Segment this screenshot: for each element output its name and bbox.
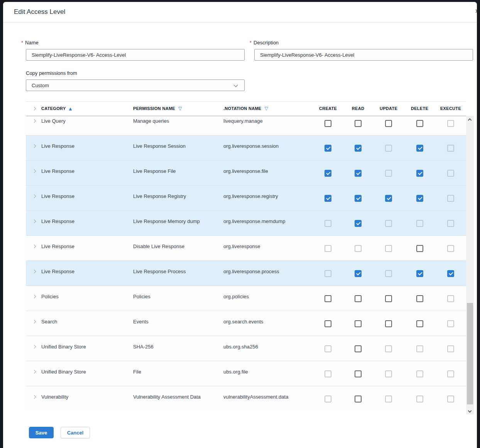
checkbox-create[interactable] <box>325 170 331 177</box>
expand-chevron-icon[interactable] <box>32 395 36 399</box>
cancel-button[interactable]: Cancel <box>61 427 90 438</box>
checkbox-create[interactable] <box>325 120 331 127</box>
expand-chevron-icon[interactable] <box>32 169 36 173</box>
checkbox-delete[interactable] <box>416 145 423 152</box>
checkbox-delete[interactable] <box>416 396 423 402</box>
checkbox-read[interactable] <box>355 220 362 227</box>
sort-desc-icon[interactable]: ▽ <box>178 106 182 111</box>
scrollbar-thumb[interactable] <box>467 303 473 404</box>
checkbox-read[interactable] <box>355 145 362 152</box>
checkbox-read[interactable] <box>355 245 362 252</box>
table-row[interactable]: Live Query Manage queries livequery.mana… <box>26 116 466 135</box>
expand-chevron-icon[interactable] <box>32 220 36 223</box>
checkbox-update[interactable] <box>385 396 392 402</box>
checkbox-read[interactable] <box>355 295 362 302</box>
checkbox-delete[interactable] <box>416 220 423 227</box>
table-row[interactable]: Live Response Live Response Memory dump … <box>26 211 466 236</box>
table-row[interactable]: Live Response Live Response Session org.… <box>26 135 466 161</box>
checkbox-update[interactable] <box>385 195 392 202</box>
checkbox-update[interactable] <box>385 245 392 252</box>
checkbox-delete[interactable] <box>416 170 423 177</box>
expand-chevron-icon[interactable] <box>32 345 36 349</box>
checkbox-create[interactable] <box>325 370 331 377</box>
copy-permissions-select[interactable]: Custom <box>26 79 245 91</box>
expand-all-chevron-icon[interactable] <box>32 107 36 111</box>
checkbox-read[interactable] <box>355 195 362 202</box>
checkbox-execute[interactable] <box>447 195 454 202</box>
checkbox-update[interactable] <box>385 120 392 127</box>
checkbox-delete[interactable] <box>416 195 423 202</box>
checkbox-create[interactable] <box>325 245 331 252</box>
sort-asc-icon[interactable]: ▲ <box>69 106 72 111</box>
checkbox-update[interactable] <box>385 145 392 152</box>
checkbox-update[interactable] <box>385 370 392 377</box>
close-icon[interactable]: ✕ <box>475 8 477 15</box>
checkbox-delete[interactable] <box>416 370 423 377</box>
checkbox-create[interactable] <box>325 345 331 352</box>
table-row[interactable]: Unified Binary Store SHA-256 ubs.org.sha… <box>26 336 466 361</box>
table-row[interactable]: Unified Binary Store File ubs.org.file <box>26 361 466 386</box>
expand-chevron-icon[interactable] <box>32 144 36 148</box>
expand-chevron-icon[interactable] <box>32 320 36 324</box>
checkbox-create[interactable] <box>325 145 331 152</box>
checkbox-read[interactable] <box>355 370 362 377</box>
scrollbar-up-icon[interactable] <box>468 118 472 122</box>
checkbox-delete[interactable] <box>416 295 423 302</box>
checkbox-execute[interactable] <box>447 370 454 377</box>
checkbox-execute[interactable] <box>447 320 454 327</box>
checkbox-read[interactable] <box>355 120 362 127</box>
checkbox-create[interactable] <box>325 270 331 277</box>
checkbox-update[interactable] <box>385 270 392 277</box>
checkbox-execute[interactable] <box>447 245 454 252</box>
checkbox-execute[interactable] <box>447 345 454 352</box>
checkbox-create[interactable] <box>325 195 331 202</box>
checkbox-create[interactable] <box>325 220 331 227</box>
checkbox-delete[interactable] <box>416 270 423 277</box>
checkbox-read[interactable] <box>355 320 362 327</box>
checkbox-create[interactable] <box>325 295 331 302</box>
checkbox-update[interactable] <box>385 345 392 352</box>
checkbox-update[interactable] <box>385 295 392 302</box>
checkbox-execute[interactable] <box>447 220 454 227</box>
table-scrollbar[interactable] <box>466 116 474 414</box>
checkbox-execute[interactable] <box>447 145 454 152</box>
sort-desc-icon[interactable]: ▽ <box>265 106 269 111</box>
checkbox-execute[interactable] <box>447 170 454 177</box>
expand-chevron-icon[interactable] <box>32 270 36 274</box>
checkbox-update[interactable] <box>385 220 392 227</box>
expand-chevron-icon[interactable] <box>32 194 36 198</box>
checkbox-delete[interactable] <box>416 245 423 252</box>
name-input[interactable] <box>26 49 245 61</box>
checkbox-create[interactable] <box>325 396 331 402</box>
table-row[interactable]: Live Response Live Response Registry org… <box>26 186 466 211</box>
checkbox-execute[interactable] <box>447 120 454 127</box>
checkbox-read[interactable] <box>355 170 362 177</box>
table-row[interactable]: Live Response Live Response Process org.… <box>26 261 466 286</box>
checkbox-delete[interactable] <box>416 320 423 327</box>
table-row[interactable]: Live Response Disable Live Response org.… <box>26 236 466 261</box>
save-button[interactable]: Save <box>29 427 54 438</box>
scrollbar-down-icon[interactable] <box>468 409 472 413</box>
column-header-permission-name[interactable]: PERMISSION NAME <box>133 106 175 111</box>
checkbox-delete[interactable] <box>416 120 423 127</box>
checkbox-read[interactable] <box>355 270 362 277</box>
expand-chevron-icon[interactable] <box>32 295 36 299</box>
table-row[interactable]: Live Response Live Response File org.liv… <box>26 161 466 186</box>
table-row[interactable]: Policies Policies org.policies <box>26 286 466 311</box>
table-row[interactable]: Search Events org.search.events <box>26 311 466 336</box>
column-header-notation-name[interactable]: .NOTATION NAME <box>223 106 262 111</box>
checkbox-update[interactable] <box>385 170 392 177</box>
column-header-category[interactable]: CATEGORY <box>41 106 66 111</box>
expand-chevron-icon[interactable] <box>32 119 36 123</box>
checkbox-update[interactable] <box>385 320 392 327</box>
checkbox-create[interactable] <box>325 320 331 327</box>
checkbox-delete[interactable] <box>416 345 423 352</box>
checkbox-read[interactable] <box>355 345 362 352</box>
description-input[interactable] <box>254 49 473 61</box>
checkbox-execute[interactable] <box>447 396 454 402</box>
expand-chevron-icon[interactable] <box>32 245 36 249</box>
checkbox-read[interactable] <box>355 396 362 402</box>
checkbox-execute[interactable] <box>447 270 454 277</box>
checkbox-execute[interactable] <box>447 295 454 302</box>
table-row[interactable]: Vulnerability Vulnerability Assessment D… <box>26 386 466 411</box>
